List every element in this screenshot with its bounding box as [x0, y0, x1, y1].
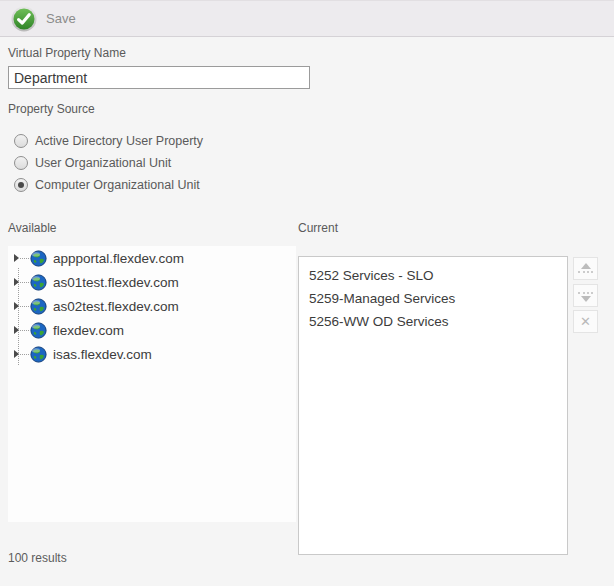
tree-item-label: appportal.flexdev.com [53, 251, 184, 266]
domain-globe-icon [30, 274, 47, 291]
remove-x-icon: ✕ [580, 315, 591, 328]
domain-globe-icon [30, 298, 47, 315]
current-list-item[interactable]: 5256-WW OD Services [299, 310, 567, 333]
arrow-up-icon [581, 263, 591, 269]
virtual-property-name-input[interactable] [8, 66, 310, 89]
tree-item-label: as01test.flexdev.com [53, 275, 179, 290]
radio-option-label: Active Directory User Property [35, 134, 203, 148]
radio-button-icon[interactable] [14, 178, 28, 192]
expand-arrow-icon[interactable] [14, 302, 19, 310]
current-list-item[interactable]: 5252 Services - SLO [299, 264, 567, 287]
save-button-label: Save [46, 11, 76, 26]
tree-item-label: as02test.flexdev.com [53, 299, 179, 314]
dotted-line [578, 292, 593, 294]
domain-globe-icon [30, 250, 47, 267]
domain-globe-icon [30, 346, 47, 363]
move-up-button[interactable] [573, 257, 598, 280]
tree-dotted-connector [20, 282, 29, 283]
radio-option-computer-organizational-unit[interactable]: Computer Organizational Unit [14, 177, 200, 193]
expand-arrow-icon[interactable] [14, 278, 19, 286]
virtual-property-editor: Save Virtual Property Name Property Sour… [0, 0, 614, 586]
save-button[interactable]: Save [0, 1, 90, 36]
arrow-down-icon [581, 296, 591, 302]
remove-button[interactable]: ✕ [573, 310, 598, 333]
available-label: Available [8, 221, 56, 235]
tree-dotted-connector [20, 306, 29, 307]
radio-option-user-organizational-unit[interactable]: User Organizational Unit [14, 155, 171, 171]
current-list-item[interactable]: 5259-Managed Services [299, 287, 567, 310]
radio-button-icon[interactable] [14, 156, 28, 170]
tree-item-as02test[interactable]: as02test.flexdev.com [8, 294, 296, 318]
virtual-property-name-label: Virtual Property Name [8, 46, 126, 60]
toolbar: Save [0, 0, 614, 37]
tree-dotted-connector [20, 330, 29, 331]
available-tree: appportal.flexdev.com as01test.flexdev.c… [8, 246, 296, 522]
current-list[interactable]: 5252 Services - SLO 5259-Managed Service… [298, 256, 568, 555]
tree-dotted-connector [20, 354, 29, 355]
tree-item-flexdev[interactable]: flexdev.com [8, 318, 296, 342]
domain-globe-icon [30, 322, 47, 339]
tree-dotted-connector [20, 258, 29, 259]
save-check-icon [11, 6, 37, 32]
expand-arrow-icon[interactable] [14, 350, 19, 358]
tree-item-label: isas.flexdev.com [53, 347, 152, 362]
expand-arrow-icon[interactable] [14, 326, 19, 334]
radio-button-icon[interactable] [14, 134, 28, 148]
radio-option-label: User Organizational Unit [35, 156, 171, 170]
radio-option-ad-user-property[interactable]: Active Directory User Property [14, 133, 203, 149]
results-count: 100 results [8, 551, 67, 565]
current-label: Current [298, 221, 338, 235]
radio-option-label: Computer Organizational Unit [35, 178, 200, 192]
dotted-line [578, 271, 593, 273]
tree-item-as01test[interactable]: as01test.flexdev.com [8, 270, 296, 294]
move-down-button[interactable] [573, 284, 598, 307]
tree-item-isas[interactable]: isas.flexdev.com [8, 342, 296, 366]
property-source-label: Property Source [8, 102, 95, 116]
tree-item-appportal[interactable]: appportal.flexdev.com [8, 246, 296, 270]
tree-item-label: flexdev.com [53, 323, 124, 338]
expand-arrow-icon[interactable] [14, 254, 19, 262]
